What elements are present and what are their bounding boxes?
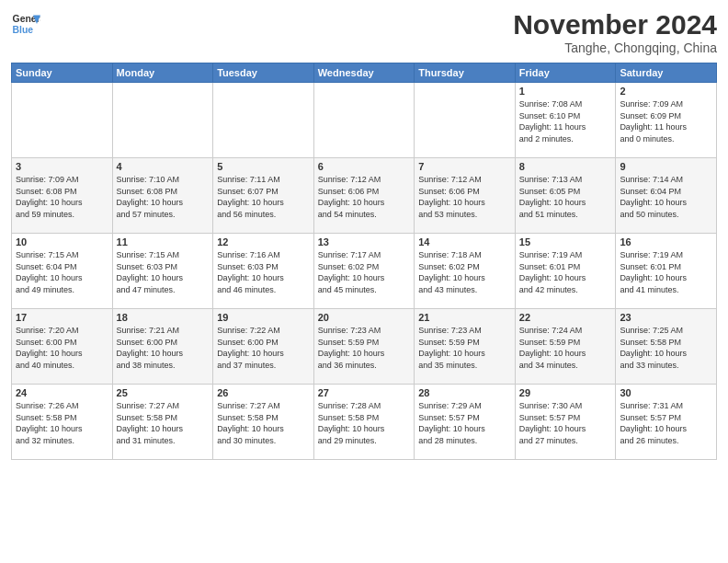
table-row: 7Sunrise: 7:12 AM Sunset: 6:06 PM Daylig… [415, 158, 516, 234]
day-number: 22 [519, 312, 612, 323]
day-number: 15 [519, 236, 612, 247]
day-info: Sunrise: 7:19 AM Sunset: 6:01 PM Dayligh… [620, 249, 712, 295]
table-row: 23Sunrise: 7:25 AM Sunset: 5:58 PM Dayli… [616, 309, 717, 385]
day-info: Sunrise: 7:19 AM Sunset: 6:01 PM Dayligh… [519, 249, 612, 295]
table-row: 18Sunrise: 7:21 AM Sunset: 6:00 PM Dayli… [112, 309, 213, 385]
logo-icon: General Blue [11, 9, 40, 39]
day-info: Sunrise: 7:30 AM Sunset: 5:57 PM Dayligh… [519, 400, 612, 446]
day-number: 28 [418, 387, 511, 398]
day-number: 8 [519, 161, 612, 172]
day-number: 27 [318, 387, 411, 398]
col-thursday: Thursday [415, 63, 516, 83]
day-info: Sunrise: 7:28 AM Sunset: 5:58 PM Dayligh… [318, 400, 411, 446]
table-row: 10Sunrise: 7:15 AM Sunset: 6:04 PM Dayli… [12, 234, 113, 309]
page: General Blue November 2024 Tanghe, Chong… [0, 0, 728, 469]
day-number: 21 [418, 312, 511, 323]
table-row: 3Sunrise: 7:09 AM Sunset: 6:08 PM Daylig… [12, 158, 113, 234]
table-row [313, 83, 415, 158]
header: General Blue November 2024 Tanghe, Chong… [11, 9, 717, 55]
table-row: 14Sunrise: 7:18 AM Sunset: 6:02 PM Dayli… [415, 234, 516, 309]
location: Tanghe, Chongqing, China [513, 40, 717, 55]
day-number: 19 [217, 312, 310, 323]
day-number: 10 [16, 236, 108, 247]
week-row-3: 17Sunrise: 7:20 AM Sunset: 6:00 PM Dayli… [12, 309, 717, 385]
table-row [112, 83, 213, 158]
table-row: 11Sunrise: 7:15 AM Sunset: 6:03 PM Dayli… [112, 234, 213, 309]
day-info: Sunrise: 7:31 AM Sunset: 5:57 PM Dayligh… [620, 400, 712, 446]
day-info: Sunrise: 7:12 AM Sunset: 6:06 PM Dayligh… [418, 174, 511, 220]
header-row: Sunday Monday Tuesday Wednesday Thursday… [12, 63, 717, 83]
day-number: 2 [620, 86, 712, 97]
day-info: Sunrise: 7:10 AM Sunset: 6:08 PM Dayligh… [117, 174, 210, 220]
table-row: 17Sunrise: 7:20 AM Sunset: 6:00 PM Dayli… [12, 309, 113, 385]
day-number: 20 [318, 312, 411, 323]
day-info: Sunrise: 7:18 AM Sunset: 6:02 PM Dayligh… [418, 249, 511, 295]
day-number: 13 [318, 236, 411, 247]
day-info: Sunrise: 7:29 AM Sunset: 5:57 PM Dayligh… [418, 400, 511, 446]
table-row: 16Sunrise: 7:19 AM Sunset: 6:01 PM Dayli… [616, 234, 717, 309]
day-number: 9 [620, 161, 712, 172]
day-info: Sunrise: 7:11 AM Sunset: 6:07 PM Dayligh… [217, 174, 310, 220]
table-row: 9Sunrise: 7:14 AM Sunset: 6:04 PM Daylig… [616, 158, 717, 234]
day-info: Sunrise: 7:24 AM Sunset: 5:59 PM Dayligh… [519, 325, 612, 371]
table-row: 2Sunrise: 7:09 AM Sunset: 6:09 PM Daylig… [616, 83, 717, 158]
day-number: 14 [418, 236, 511, 247]
col-saturday: Saturday [616, 63, 717, 83]
day-number: 6 [318, 161, 411, 172]
calendar-table: Sunday Monday Tuesday Wednesday Thursday… [11, 63, 717, 460]
svg-text:Blue: Blue [13, 25, 34, 35]
week-row-4: 24Sunrise: 7:26 AM Sunset: 5:58 PM Dayli… [12, 385, 717, 460]
day-info: Sunrise: 7:14 AM Sunset: 6:04 PM Dayligh… [620, 174, 712, 220]
title-block: November 2024 Tanghe, Chongqing, China [513, 9, 717, 55]
col-friday: Friday [515, 63, 616, 83]
day-info: Sunrise: 7:20 AM Sunset: 6:00 PM Dayligh… [16, 325, 108, 371]
table-row: 22Sunrise: 7:24 AM Sunset: 5:59 PM Dayli… [515, 309, 616, 385]
table-row: 5Sunrise: 7:11 AM Sunset: 6:07 PM Daylig… [213, 158, 314, 234]
day-info: Sunrise: 7:09 AM Sunset: 6:09 PM Dayligh… [620, 98, 712, 144]
day-info: Sunrise: 7:17 AM Sunset: 6:02 PM Dayligh… [318, 249, 411, 295]
day-number: 29 [519, 387, 612, 398]
table-row: 28Sunrise: 7:29 AM Sunset: 5:57 PM Dayli… [415, 385, 516, 460]
day-number: 7 [418, 161, 511, 172]
table-row [12, 83, 113, 158]
table-row: 4Sunrise: 7:10 AM Sunset: 6:08 PM Daylig… [112, 158, 213, 234]
logo: General Blue [11, 9, 40, 39]
table-row [213, 83, 314, 158]
table-row: 27Sunrise: 7:28 AM Sunset: 5:58 PM Dayli… [313, 385, 415, 460]
day-number: 18 [117, 312, 210, 323]
table-row: 20Sunrise: 7:23 AM Sunset: 5:59 PM Dayli… [313, 309, 415, 385]
day-number: 30 [620, 387, 712, 398]
day-info: Sunrise: 7:27 AM Sunset: 5:58 PM Dayligh… [217, 400, 310, 446]
day-number: 12 [217, 236, 310, 247]
col-wednesday: Wednesday [313, 63, 415, 83]
day-number: 26 [217, 387, 310, 398]
month-title: November 2024 [513, 9, 717, 40]
day-info: Sunrise: 7:22 AM Sunset: 6:00 PM Dayligh… [217, 325, 310, 371]
week-row-0: 1Sunrise: 7:08 AM Sunset: 6:10 PM Daylig… [12, 83, 717, 158]
day-number: 23 [620, 312, 712, 323]
day-info: Sunrise: 7:12 AM Sunset: 6:06 PM Dayligh… [318, 174, 411, 220]
table-row: 21Sunrise: 7:23 AM Sunset: 5:59 PM Dayli… [415, 309, 516, 385]
table-row: 24Sunrise: 7:26 AM Sunset: 5:58 PM Dayli… [12, 385, 113, 460]
day-info: Sunrise: 7:15 AM Sunset: 6:03 PM Dayligh… [117, 249, 210, 295]
col-monday: Monday [112, 63, 213, 83]
day-number: 5 [217, 161, 310, 172]
day-number: 11 [117, 236, 210, 247]
day-info: Sunrise: 7:21 AM Sunset: 6:00 PM Dayligh… [117, 325, 210, 371]
day-number: 24 [16, 387, 108, 398]
table-row: 8Sunrise: 7:13 AM Sunset: 6:05 PM Daylig… [515, 158, 616, 234]
day-info: Sunrise: 7:23 AM Sunset: 5:59 PM Dayligh… [418, 325, 511, 371]
table-row: 12Sunrise: 7:16 AM Sunset: 6:03 PM Dayli… [213, 234, 314, 309]
table-row [415, 83, 516, 158]
table-row: 6Sunrise: 7:12 AM Sunset: 6:06 PM Daylig… [313, 158, 415, 234]
day-number: 17 [16, 312, 108, 323]
day-number: 1 [519, 86, 612, 97]
day-info: Sunrise: 7:27 AM Sunset: 5:58 PM Dayligh… [117, 400, 210, 446]
day-info: Sunrise: 7:15 AM Sunset: 6:04 PM Dayligh… [16, 249, 108, 295]
week-row-1: 3Sunrise: 7:09 AM Sunset: 6:08 PM Daylig… [12, 158, 717, 234]
week-row-2: 10Sunrise: 7:15 AM Sunset: 6:04 PM Dayli… [12, 234, 717, 309]
table-row: 15Sunrise: 7:19 AM Sunset: 6:01 PM Dayli… [515, 234, 616, 309]
table-row: 29Sunrise: 7:30 AM Sunset: 5:57 PM Dayli… [515, 385, 616, 460]
day-info: Sunrise: 7:16 AM Sunset: 6:03 PM Dayligh… [217, 249, 310, 295]
table-row: 1Sunrise: 7:08 AM Sunset: 6:10 PM Daylig… [515, 83, 616, 158]
